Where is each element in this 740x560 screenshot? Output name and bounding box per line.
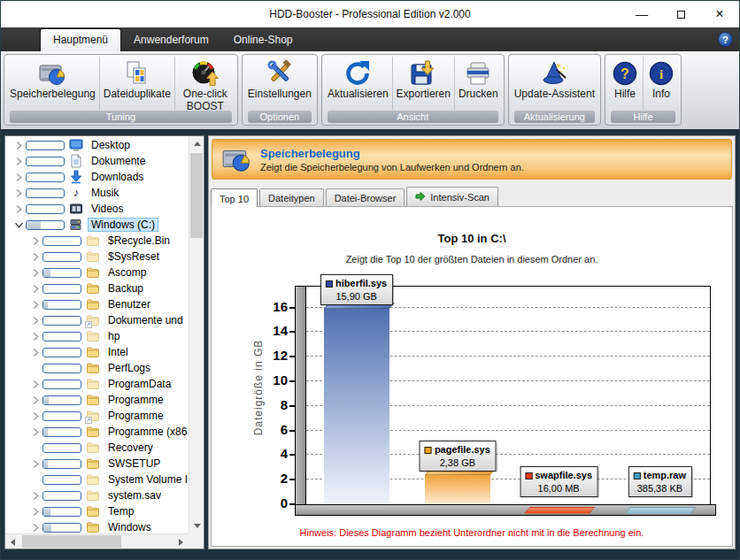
- tab-dateitypen[interactable]: Dateitypen: [259, 188, 324, 206]
- menu-tab-anwenderforum[interactable]: Anwenderforum: [121, 29, 221, 51]
- chevron-right-icon[interactable]: [29, 457, 42, 470]
- chart-left-wall: [295, 286, 306, 516]
- folder-icon: [86, 377, 100, 391]
- scroll-left-button[interactable]: [5, 534, 20, 549]
- tree-item-system-volume-i[interactable]: System Volume I: [5, 472, 189, 487]
- chevron-right-icon[interactable]: [29, 346, 42, 358]
- scroll-down-button[interactable]: [189, 518, 204, 533]
- chevron-right-icon[interactable]: [29, 426, 42, 438]
- tree-item-videos[interactable]: Videos: [5, 201, 189, 217]
- tab-intensiv-scan[interactable]: Intensiv-Scan: [406, 187, 498, 206]
- svg-text:?: ?: [621, 66, 629, 81]
- chevron-right-icon[interactable]: [29, 266, 42, 279]
- y-tick-mark: [289, 430, 295, 432]
- tree-item-programdata[interactable]: ProgramData: [5, 376, 189, 392]
- bar-pagefile-sys[interactable]: [425, 475, 490, 504]
- arrow-right-icon: [179, 539, 183, 546]
- tree-item-windows[interactable]: Windows: [5, 519, 189, 533]
- minimize-button[interactable]: —: [622, 1, 661, 27]
- tree-item-dokumente-und[interactable]: Dokumente und: [5, 312, 189, 328]
- chevron-right-icon[interactable]: [29, 314, 42, 326]
- ribbon-button-one-click-boost[interactable]: One-click BOOST: [174, 57, 235, 110]
- tree-item-windows-c[interactable]: Windows (C:): [5, 217, 189, 233]
- chevron-right-icon[interactable]: [29, 330, 42, 342]
- tree-item-label: Musik: [88, 186, 122, 200]
- chevron-right-icon[interactable]: [29, 250, 42, 263]
- tree-item-desktop[interactable]: Desktop: [5, 137, 189, 153]
- ribbon-group-label: Aktualisierung: [514, 111, 595, 123]
- tree-item-recycle-bin[interactable]: $Recycle.Bin: [5, 233, 189, 249]
- chevron-right-icon[interactable]: [29, 234, 42, 247]
- ribbon-button-drucken[interactable]: Drucken: [454, 57, 502, 110]
- tree-item-label: $SysReset: [104, 249, 163, 264]
- tree-vertical-scrollbar[interactable]: [189, 136, 204, 533]
- tree-item-benutzer[interactable]: Benutzer: [5, 296, 189, 312]
- chevron-right-icon[interactable]: [29, 378, 42, 390]
- tree-item-intel[interactable]: Intel: [5, 344, 189, 360]
- maximize-button[interactable]: [661, 1, 700, 27]
- close-button[interactable]: ×: [700, 1, 739, 27]
- ribbon-button-update-assistent[interactable]: Update-Assistent: [511, 57, 598, 110]
- file-name: pagefile.sys: [435, 443, 490, 456]
- tree-item-system-sav[interactable]: system.sav: [5, 487, 189, 503]
- tree-item-sysreset[interactable]: $SysReset: [5, 249, 189, 265]
- menu-tab-online-shop[interactable]: Online-Shop: [221, 29, 305, 51]
- bar-temp-raw[interactable]: [625, 507, 697, 514]
- help-icon[interactable]: ?: [718, 32, 733, 47]
- window-controls: — ×: [622, 1, 739, 27]
- tree-item-ascomp[interactable]: Ascomp: [5, 265, 189, 280]
- chevron-right-icon[interactable]: [29, 298, 42, 311]
- tree-item-programme[interactable]: Programme: [5, 408, 189, 424]
- ribbon-button-info[interactable]: iInfo: [643, 57, 679, 110]
- chevron-right-icon[interactable]: [29, 489, 42, 502]
- tree-item-programme[interactable]: Programme: [5, 392, 189, 408]
- folder-icon: [86, 281, 100, 295]
- scroll-right-button[interactable]: [173, 534, 189, 549]
- tree-item-label: Desktop: [88, 138, 134, 152]
- chevron-right-icon[interactable]: [12, 187, 26, 199]
- usage-bar: [42, 284, 81, 294]
- tree-item-dokumente[interactable]: Dokumente: [5, 153, 189, 169]
- tree-item-hp[interactable]: hp: [5, 328, 189, 344]
- tree-item-temp[interactable]: Temp: [5, 503, 189, 519]
- usage-bar: [42, 252, 81, 262]
- scroll-up-button[interactable]: [189, 136, 204, 151]
- bar-swapfile-sys[interactable]: [523, 507, 595, 514]
- tree-item-programme-x86[interactable]: Programme (x86: [5, 424, 189, 440]
- tree-horizontal-scrollbar[interactable]: [5, 533, 189, 548]
- tab-top-10[interactable]: Top 10: [211, 188, 258, 207]
- chevron-right-icon[interactable]: [12, 171, 26, 183]
- chevron-right-icon[interactable]: [12, 203, 26, 215]
- folder-icon: [86, 234, 100, 248]
- folder-icon: [86, 409, 100, 423]
- usage-bar: [42, 380, 81, 389]
- chevron-right-icon[interactable]: [29, 521, 42, 533]
- tab-datei-browser[interactable]: Datei-Browser: [326, 188, 405, 206]
- ribbon-button-hilfe[interactable]: ?Hilfe: [607, 57, 643, 110]
- ribbon-button-einstellungen[interactable]: Einstellungen: [244, 57, 315, 110]
- ribbon-button-dateiduplikate[interactable]: Dateiduplikate: [99, 57, 174, 110]
- chevron-right-icon[interactable]: [12, 155, 26, 167]
- tree-item-backup[interactable]: Backup: [5, 280, 189, 296]
- usage-bar: [42, 507, 81, 517]
- tree-item-recovery[interactable]: Recovery: [5, 440, 189, 456]
- arrow-left-icon: [11, 539, 15, 546]
- tree-item-swsetup[interactable]: SWSETUP: [5, 456, 189, 472]
- chevron-down-icon[interactable]: [12, 219, 26, 231]
- chevron-right-icon[interactable]: [29, 282, 42, 295]
- ribbon-button-exportieren[interactable]: Exportieren: [392, 57, 454, 110]
- ribbon-button-aktualisieren[interactable]: Aktualisieren: [324, 57, 392, 110]
- vertical-scroll-thumb[interactable]: [190, 153, 203, 238]
- horizontal-scroll-thumb[interactable]: [22, 535, 121, 548]
- chevron-right-icon[interactable]: [29, 394, 42, 406]
- tree-item-downloads[interactable]: Downloads: [5, 169, 189, 185]
- ribbon-button-speicherbelegung[interactable]: Speicherbelegung: [6, 57, 99, 110]
- help-icon: ?: [611, 59, 639, 88]
- tree-item-musik[interactable]: ♪Musik: [5, 185, 189, 201]
- bar-hiberfil-sys[interactable]: [324, 309, 389, 504]
- chevron-right-icon[interactable]: [12, 139, 26, 151]
- tree-item-perflogs[interactable]: PerfLogs: [5, 360, 189, 376]
- menu-tab-hauptmen[interactable]: Hauptmenü: [40, 28, 121, 51]
- chevron-right-icon[interactable]: [29, 505, 42, 518]
- chevron-right-icon[interactable]: [29, 410, 42, 422]
